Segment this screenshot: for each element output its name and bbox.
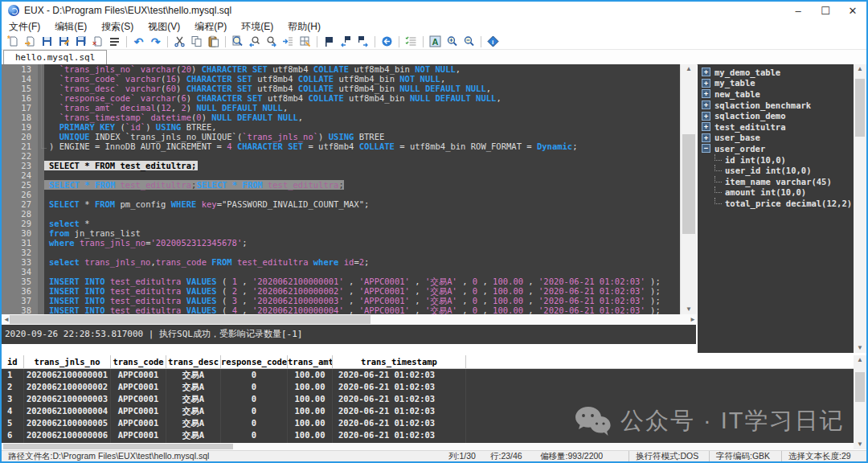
view-lines-button[interactable]	[106, 35, 123, 49]
scroll-up-icon[interactable]: ▲	[854, 65, 866, 73]
grid-hscrollbar[interactable]	[2, 443, 854, 450]
find-next-button[interactable]	[263, 35, 280, 49]
paste-button[interactable]	[205, 35, 222, 49]
editor-hscroll-thumb[interactable]	[10, 315, 371, 324]
goto-line-button[interactable]	[280, 35, 297, 49]
grid-row-2[interactable]: 22020062100000002APPC0001交易A0100.002020-…	[2, 381, 854, 393]
tree-field-user_id[interactable]: user_id int(10,0)	[698, 165, 854, 176]
editor-line-23[interactable]: 23SELECT * FROM test_editultra;	[2, 161, 680, 170]
editor-line-31[interactable]: 31where trans_jnls_no='2020052312345678'…	[2, 238, 680, 248]
zoom-in-button[interactable]	[444, 35, 461, 49]
maximize-button[interactable]: ☐	[812, 2, 839, 19]
copy-button[interactable]	[188, 35, 205, 49]
collapse-icon[interactable]: −	[702, 144, 710, 153]
editor-vscroll-thumb[interactable]	[682, 134, 695, 234]
minimize-button[interactable]: –	[784, 2, 812, 19]
zoom-out-button[interactable]	[461, 35, 477, 49]
menu-item-search[interactable]: 搜索(S)	[94, 20, 141, 34]
editor-line-19[interactable]: 19 PRIMARY KEY (`id`) USING BTREE,	[2, 122, 680, 132]
tree-field-total_price[interactable]: total_price decimal(12,2)	[698, 198, 854, 209]
editor-line-34[interactable]: 34	[2, 267, 680, 277]
editor-hscrollbar[interactable]: ◄ ►	[2, 314, 696, 325]
tree-node-my_table[interactable]: +my_table	[698, 78, 854, 89]
redo-button[interactable]: ↷	[147, 35, 164, 49]
tree-node-my_demo_table[interactable]: +my_demo_table	[698, 67, 854, 78]
new-file-button[interactable]: *	[5, 35, 22, 49]
editor-line-37[interactable]: 37INSERT INTO test_editultra VALUES ( 3 …	[2, 296, 680, 305]
tree-vscrollbar[interactable]: ▲ ▼	[854, 64, 866, 353]
editor-line-32[interactable]: 32	[2, 248, 680, 257]
save-all-button[interactable]	[72, 35, 89, 49]
tree-field-item_name[interactable]: item_name varchar(45)	[698, 176, 854, 187]
scroll-down-icon[interactable]: ▼	[854, 344, 866, 352]
tree-node-sqlaction_demo[interactable]: +sqlaction_demo	[698, 110, 854, 121]
tree-field-amount[interactable]: amount int(10,0)	[698, 187, 854, 199]
grid-header-trans_jnls_no[interactable]: trans_jnls_no	[24, 355, 111, 368]
about-button[interactable]: i	[485, 35, 502, 49]
line-endings-button[interactable]	[403, 35, 420, 49]
expand-icon[interactable]: +	[702, 133, 710, 142]
scroll-down-icon[interactable]: ▼	[681, 305, 697, 313]
expand-icon[interactable]: +	[702, 122, 710, 131]
expand-icon[interactable]: +	[702, 89, 710, 98]
code-editor[interactable]: 13 `trans_jnls_no` varchar(20) CHARACTER…	[2, 64, 680, 314]
editor-line-35[interactable]: 35INSERT INTO test_editultra VALUES ( 1 …	[2, 277, 680, 286]
tree-node-sqlaction_benchmark[interactable]: +sqlaction_benchmark	[698, 100, 854, 111]
scroll-up-icon[interactable]: ▲	[681, 65, 697, 73]
cut-button[interactable]	[171, 35, 188, 49]
grid-header-response_code[interactable]: response_code	[221, 355, 288, 368]
grid-vscrollbar[interactable]: ▲ ▼	[854, 355, 866, 449]
editor-line-14[interactable]: 14 `trans_code` varchar(16) CHARACTER SE…	[2, 74, 680, 84]
editor-vscrollbar[interactable]: ▲ ▼	[680, 64, 697, 314]
editor-line-30[interactable]: 30from jn_trans_list	[2, 228, 680, 238]
expand-icon[interactable]: +	[702, 79, 710, 88]
scroll-down-icon[interactable]: ▼	[854, 440, 866, 449]
expand-icon[interactable]: +	[702, 112, 710, 121]
replace-button[interactable]	[297, 35, 313, 49]
scroll-right-icon[interactable]: ►	[686, 316, 696, 324]
expand-icon[interactable]: +	[702, 68, 710, 76]
tab-active-file[interactable]: hello.mysql.sql	[3, 50, 107, 64]
close-file-button[interactable]: ×	[89, 35, 106, 49]
editor-line-17[interactable]: 17 `trans_amt` decimal(12, 2) NULL DEFAU…	[2, 103, 680, 113]
bookmark-prev-button[interactable]	[338, 35, 354, 49]
grid-header-trans_timestamp[interactable]: trans_timestamp	[333, 355, 466, 368]
editor-line-38[interactable]: 38INSERT INTO test_editultra VALUES ( 4 …	[2, 305, 680, 314]
undo-button[interactable]: ↶	[130, 35, 147, 49]
editor-line-20[interactable]: 20 UNIQUE INDEX `trans_jnls_no_UNIQUE`(`…	[2, 132, 680, 141]
editor-line-36[interactable]: 36INSERT INTO test_editultra VALUES ( 2 …	[2, 286, 680, 296]
grid-row-3[interactable]: 32020062100000003APPC0001交易A0100.002020-…	[2, 393, 854, 405]
grid-row-4[interactable]: 42020062100000004APPC0001交易A0100.002020-…	[2, 405, 854, 417]
editor-line-15[interactable]: 15 `trans_desc` varchar(60) CHARACTER SE…	[2, 84, 680, 93]
tree-node-new_table[interactable]: +new_table	[698, 88, 854, 100]
editor-line-22[interactable]: 22	[2, 151, 680, 161]
expand-icon[interactable]: +	[702, 100, 710, 109]
menu-item-edit[interactable]: 编辑(E)	[47, 20, 94, 34]
tree-field-id[interactable]: id int(10,0)	[698, 154, 854, 166]
grid-vscroll-thumb[interactable]	[855, 372, 865, 402]
editor-line-28[interactable]: 28	[2, 209, 680, 219]
grid-row-5[interactable]: 52020062100000005APPC0001交易A0100.002020-…	[2, 417, 854, 429]
find-button[interactable]	[229, 35, 246, 49]
go-back-button[interactable]	[379, 35, 395, 49]
editor-line-29[interactable]: 29select *	[2, 219, 680, 228]
find-prev-button[interactable]	[246, 35, 263, 49]
save-button[interactable]	[39, 35, 55, 49]
grid-hscroll-thumb[interactable]	[3, 444, 233, 449]
grid-header-trans_code[interactable]: trans_code	[111, 355, 166, 368]
bookmark-button[interactable]	[321, 35, 338, 49]
grid-row-1[interactable]: 12020062100000001APPC0001交易A0100.002020-…	[2, 369, 854, 381]
grid-header-id[interactable]: id	[2, 355, 24, 368]
editor-line-21[interactable]: 21) ENGINE = InnoDB AUTO_INCREMENT = 4 C…	[2, 141, 680, 151]
syntax-highlight-button[interactable]: A	[427, 35, 444, 49]
save-as-button[interactable]	[55, 35, 72, 49]
open-file-button[interactable]	[22, 35, 39, 49]
editor-line-18[interactable]: 18 `trans_timestamp` datetime(0) NULL DE…	[2, 113, 680, 122]
bookmark-next-button[interactable]	[354, 35, 371, 49]
tree-node-test_editultra[interactable]: +test_editultra	[698, 121, 854, 133]
scroll-up-icon[interactable]: ▲	[854, 356, 866, 364]
editor-line-13[interactable]: 13 `trans_jnls_no` varchar(20) CHARACTER…	[2, 64, 680, 74]
tree-node-user_base[interactable]: +user_base	[698, 133, 854, 144]
editor-line-26[interactable]: 26	[2, 190, 680, 199]
editor-line-24[interactable]: 24	[2, 170, 680, 180]
